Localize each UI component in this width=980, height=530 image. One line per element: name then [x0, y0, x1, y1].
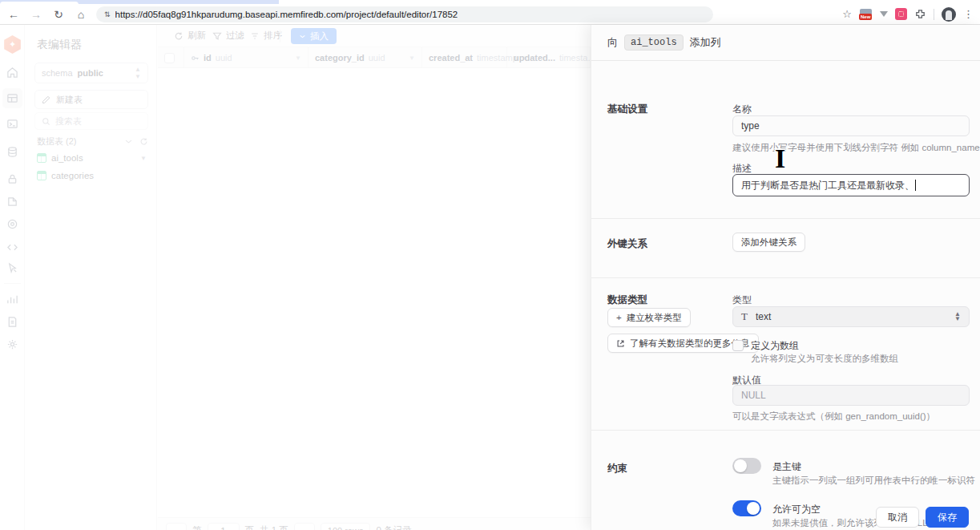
- browser-menu-icon[interactable]: ⋮: [963, 8, 974, 20]
- array-help: 允许将列定义为可变长度的多维数组: [751, 353, 898, 365]
- site-info-icon[interactable]: ⇅: [104, 10, 110, 18]
- new-badge: New: [859, 14, 872, 20]
- extension-new-icon[interactable]: New: [859, 9, 873, 20]
- checkbox[interactable]: [732, 340, 744, 351]
- name-help: 建议使用小写字母并使用下划线分割字符 例如 column_name: [732, 142, 980, 154]
- bookmark-star-icon[interactable]: ☆: [842, 8, 852, 20]
- extensions-puzzle-icon[interactable]: [914, 8, 926, 20]
- screen: ← → ↻ ⌂ ⇅ https://d05faq8g91hkparudumg.b…: [0, 0, 980, 530]
- url-text: https://d05faq8g91hkparudumg.baseapi.mem…: [115, 10, 458, 19]
- home-icon[interactable]: ⌂: [74, 9, 88, 20]
- external-link-icon: [616, 339, 625, 348]
- forward-icon[interactable]: →: [29, 9, 43, 20]
- section-datatype-title: 数据类型: [607, 293, 647, 307]
- add-foreign-key-button[interactable]: 添加外键关系: [732, 233, 805, 252]
- default-help: 可以是文字或表达式（例如 gen_random_uuid()）: [732, 411, 935, 423]
- type-select[interactable]: T text ▲▼: [732, 306, 970, 327]
- plus-icon: +: [616, 313, 622, 322]
- browser-actions: ☆ New ⋮: [842, 7, 974, 22]
- panel-footer: 取消 保存: [876, 507, 969, 528]
- text-caret: [915, 180, 916, 191]
- cancel-button[interactable]: 取消: [876, 507, 919, 528]
- default-value-input[interactable]: [732, 385, 970, 406]
- extension-pink-icon[interactable]: [895, 8, 907, 20]
- name-label: 名称: [732, 103, 752, 116]
- reload-icon[interactable]: ↻: [51, 9, 66, 20]
- define-as-array-row[interactable]: 定义为数组: [732, 339, 799, 353]
- primary-key-help: 主键指示一列或一组列可用作表中行的唯一标识符: [772, 475, 975, 487]
- nullable-label: 允许可为空: [772, 503, 821, 516]
- nullable-toggle[interactable]: [732, 500, 761, 516]
- chevron-updown-icon: ▲▼: [954, 312, 961, 322]
- section-general-title: 基础设置: [607, 103, 647, 116]
- browser-toolbar: ← → ↻ ⌂ ⇅ https://d05faq8g91hkparudumg.b…: [0, 4, 980, 25]
- address-bar[interactable]: ⇅ https://d05faq8g91hkparudumg.baseapi.m…: [96, 6, 713, 22]
- profile-avatar[interactable]: [942, 7, 956, 22]
- create-enum-type-button[interactable]: + 建立枚举类型: [607, 308, 691, 327]
- column-name-input[interactable]: [732, 115, 970, 136]
- modal-dim-overlay: [0, 25, 591, 530]
- ibeam-cursor: I: [775, 145, 785, 172]
- text-type-icon: T: [741, 310, 748, 323]
- section-constraints-title: 约束: [607, 462, 627, 475]
- panel-header: 向 ai_tools 添加列: [591, 25, 980, 61]
- app-window: ✦: [0, 25, 980, 530]
- section-fk-title: 外键关系: [607, 237, 647, 251]
- save-button[interactable]: 保存: [926, 507, 969, 528]
- column-description-input[interactable]: 用于判断是否是热门工具还是最新收录、: [732, 174, 970, 196]
- primary-key-label: 是主键: [772, 460, 801, 474]
- type-label: 类型: [732, 293, 752, 307]
- panel-body: 基础设置 名称 建议使用小写字母并使用下划线分割字符 例如 column_nam…: [591, 61, 980, 530]
- add-column-panel: 向 ai_tools 添加列 基础设置 名称 建议使用小写字母并使用下划线分割字…: [591, 25, 980, 530]
- back-icon[interactable]: ←: [6, 9, 21, 20]
- table-name-chip: ai_tools: [624, 34, 684, 51]
- primary-key-toggle[interactable]: [732, 458, 761, 474]
- extension-triangle-icon[interactable]: [880, 11, 888, 17]
